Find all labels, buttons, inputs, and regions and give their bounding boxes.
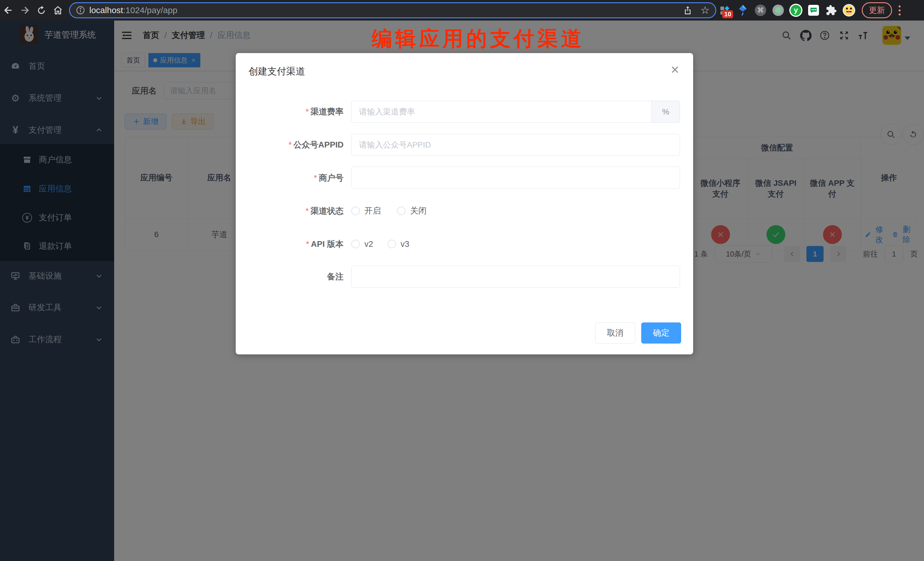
radio-circle-icon: [351, 240, 360, 248]
merchant-label: *商户号: [236, 172, 344, 184]
remark-input[interactable]: [351, 266, 680, 288]
dialog-close-icon[interactable]: ✕: [670, 64, 680, 75]
extension-puzzle-icon[interactable]: [824, 3, 838, 18]
appid-input[interactable]: [351, 134, 680, 156]
extension-emoji-icon[interactable]: [842, 3, 856, 18]
status-radio-group: 开启 关闭: [351, 205, 427, 217]
radio-circle-icon: [387, 240, 396, 248]
forward-icon[interactable]: [16, 2, 33, 18]
api-version-radio-group: v2 v3: [351, 238, 409, 250]
rate-label: *渠道费率: [236, 106, 344, 118]
api-v2-radio[interactable]: v2: [351, 239, 373, 249]
extension-badge: 10: [722, 10, 733, 18]
site-info-icon[interactable]: [76, 5, 86, 15]
annotation-text: 编辑应用的支付渠道: [372, 25, 585, 52]
svg-text:y: y: [794, 6, 798, 14]
extension-y-icon[interactable]: y: [789, 3, 803, 18]
app-viewport: 芋道管理系统 首页 ⚙ 系统管理 ¥ 支付管理: [0, 21, 924, 561]
cancel-button[interactable]: 取消: [595, 322, 635, 344]
reload-icon[interactable]: [33, 2, 50, 18]
dialog-title: 创建支付渠道: [249, 65, 305, 78]
browser-chrome: localhost:1024/pay/app ☆ 10 ⌘ y 更新: [0, 0, 924, 21]
share-icon[interactable]: [683, 5, 693, 15]
appid-label: *公众号APPID: [236, 139, 344, 151]
browser-update-button[interactable]: 更新: [862, 2, 892, 18]
extension-recorder-icon[interactable]: [771, 3, 786, 18]
radio-circle-icon: [397, 207, 405, 215]
rate-suffix: %: [651, 101, 680, 123]
svg-text:⌘: ⌘: [757, 6, 764, 14]
back-icon[interactable]: [0, 2, 16, 18]
api-version-label: *API 版本: [236, 238, 344, 250]
home-icon[interactable]: [50, 2, 66, 18]
extension-command-icon[interactable]: ⌘: [753, 3, 768, 18]
remark-label: 备注: [236, 271, 344, 282]
create-pay-channel-dialog: 创建支付渠道 ✕ *渠道费率 % *公众号APPID *商户号 *渠道状态 开启…: [236, 53, 693, 354]
status-open-radio[interactable]: 开启: [351, 205, 381, 217]
browser-menu-icon[interactable]: [893, 5, 906, 15]
url-text: localhost:1024/pay/app: [89, 5, 683, 15]
api-v3-radio[interactable]: v3: [387, 239, 410, 249]
rate-input[interactable]: [351, 101, 680, 123]
status-label: *渠道状态: [236, 206, 344, 217]
radio-circle-icon: [351, 207, 360, 215]
extension-tampermonkey-icon[interactable]: 10: [718, 3, 732, 18]
address-bar[interactable]: localhost:1024/pay/app ☆: [69, 2, 716, 18]
confirm-button[interactable]: 确定: [641, 322, 681, 344]
extension-chat-icon[interactable]: [806, 3, 821, 18]
merchant-input[interactable]: [351, 166, 680, 189]
status-close-radio[interactable]: 关闭: [397, 205, 427, 217]
bookmark-star-icon[interactable]: ☆: [700, 5, 710, 15]
extension-kite-icon[interactable]: [735, 3, 750, 18]
